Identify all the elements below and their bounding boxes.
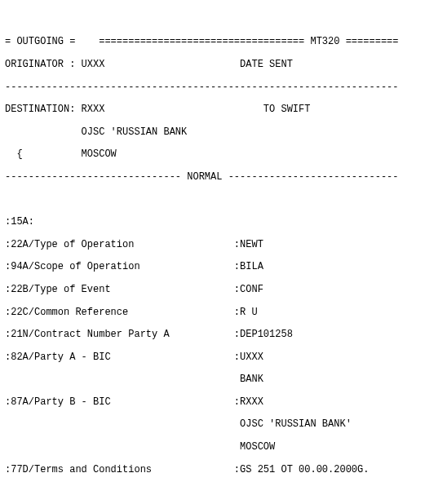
destination-name: OJSC 'RUSSIAN BANK: [5, 127, 425, 139]
blank: [5, 195, 425, 206]
field-87A-cont1: OJSC 'RUSSIAN BANK': [5, 419, 425, 431]
header-line-2-originator: ORIGINATOR : UXXX DATE SENT: [5, 60, 425, 71]
field-82A: :82A/Party A - BIC :UXXX: [5, 352, 425, 364]
block-15A-tag: :15A:: [5, 217, 425, 228]
field-82A-cont: BANK: [5, 374, 425, 386]
separator-normal: ------------------------------ NORMAL --…: [5, 172, 425, 183]
destination-line: DESTINATION: RXXX TO SWIFT: [5, 104, 425, 116]
separator-top: ----------------------------------------…: [5, 82, 425, 94]
field-94A: :94A/Scope of Operation :BILA: [5, 262, 425, 273]
field-21N: :21N/Contract Number Party A :DEP101258: [5, 329, 425, 341]
field-22C: :22C/Common Reference :R U: [5, 307, 425, 319]
field-87A-cont2: MOSCOW: [5, 442, 425, 453]
destination-city: { MOSCOW: [5, 149, 425, 161]
header-line-1: = OUTGOING = ===========================…: [5, 37, 425, 48]
field-77D: :77D/Terms and Conditions :GS 251 OT 00.…: [5, 465, 425, 476]
field-22B: :22B/Type of Event :CONF: [5, 285, 425, 296]
blank: [5, 487, 425, 498]
field-22A: :22A/Type of Operation :NEWT: [5, 240, 425, 251]
field-87A: :87A/Party B - BIC :RXXX: [5, 397, 425, 409]
